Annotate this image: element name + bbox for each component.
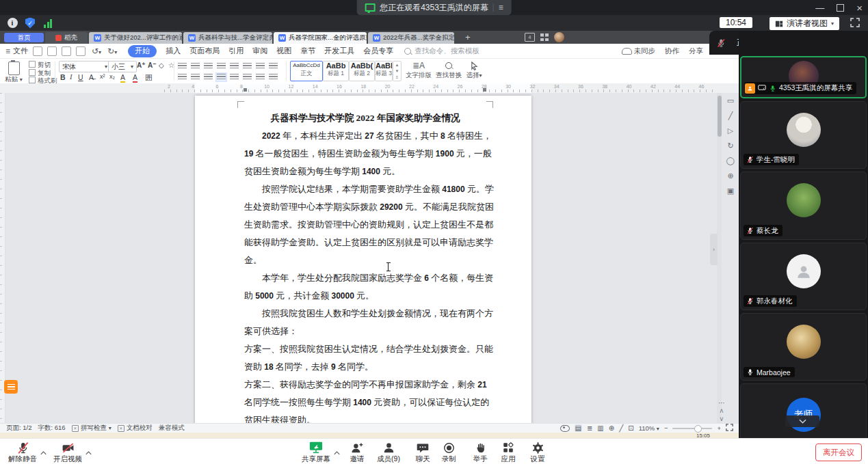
underline-button[interactable]: U — [78, 73, 83, 81]
bullet-list-icon[interactable] — [178, 63, 187, 70]
style-heading-2[interactable]: AaBb(标题 2 — [349, 61, 375, 81]
paragraph-settings-icon[interactable] — [269, 63, 278, 70]
zoom-in-button[interactable]: + — [717, 424, 721, 432]
text-direction-icon[interactable] — [230, 63, 239, 70]
ribbon-tab-references[interactable]: 引用 — [228, 46, 244, 56]
style-heading-1[interactable]: AaBb标题 1 — [323, 61, 349, 81]
select-tool[interactable]: 选择▾ — [464, 60, 484, 80]
members-button[interactable]: 成员(9) — [372, 441, 405, 464]
ribbon-tab-review[interactable]: 审阅 — [252, 46, 267, 56]
character-border-icon[interactable]: 囲 — [145, 73, 153, 83]
increase-font-icon[interactable]: A⁺ — [137, 62, 146, 69]
shield-icon[interactable]: ✓ — [25, 18, 36, 29]
font-name-select[interactable]: 宋体▾ — [59, 61, 111, 72]
font-size-select[interactable]: 小三▾ — [108, 61, 137, 72]
distribute-icon[interactable] — [230, 74, 239, 81]
record-button[interactable]: 录制 — [432, 441, 465, 464]
video-options-chevron[interactable] — [86, 446, 92, 458]
collapse-participants-button[interactable] — [785, 415, 819, 427]
increase-indent-icon[interactable] — [217, 63, 226, 70]
participant-tile[interactable]: 郭永春材化 — [740, 243, 867, 310]
copy-button[interactable]: 复制 — [29, 69, 57, 77]
paste-icon[interactable] — [8, 62, 20, 75]
wps-fullscreen-icon[interactable] — [726, 424, 733, 433]
bold-button[interactable]: B — [60, 73, 66, 81]
tab-document-1[interactable]: W关于做好202...评审工作的通知 — [89, 32, 182, 44]
multi-page-view-icon[interactable]: 4 — [525, 33, 535, 42]
cut-button[interactable]: 剪切 — [29, 61, 57, 69]
network-stats-icon[interactable] — [42, 18, 53, 29]
share-options-chevron[interactable] — [334, 446, 340, 458]
zoom-out-button[interactable]: − — [664, 424, 668, 432]
align-left-icon[interactable] — [178, 74, 187, 81]
undo-icon[interactable]: ↺▾ — [92, 46, 101, 56]
view-mode-selector[interactable]: 演讲者视图 ▾ — [770, 17, 839, 30]
settings-button[interactable]: 设置 — [521, 441, 554, 464]
horizontal-ruler[interactable]: 2468101214161820222426283032343638404244… — [0, 83, 739, 94]
ribbon-tab-developer[interactable]: 开发工具 — [324, 46, 354, 56]
superscript-button[interactable]: x² — [100, 73, 105, 80]
grid-view-icon[interactable] — [540, 33, 549, 41]
fit-page-icon[interactable]: ⊡ — [628, 424, 633, 432]
spell-check-toggle[interactable]: ✕拼写检查▾ — [72, 424, 111, 433]
clear-format-icon[interactable]: ◇ — [159, 62, 164, 69]
page-view-icon[interactable]: ▤ — [575, 424, 582, 432]
fullscreen-icon[interactable] — [850, 18, 860, 30]
ribbon-tab-page-layout[interactable]: 页面布局 — [189, 46, 220, 56]
restore-button[interactable] — [837, 4, 844, 12]
apps-button[interactable]: 应用 — [492, 441, 525, 464]
style-gallery-spinner[interactable]: ▲▼≡ — [393, 61, 402, 81]
eye-protection-icon[interactable] — [560, 425, 570, 432]
zoom-slider-thumb[interactable] — [694, 425, 702, 433]
close-button[interactable]: × — [856, 2, 863, 14]
participant-tile[interactable]: 老师 — [740, 383, 867, 438]
participant-tile-screen-share[interactable]: 4353王禹淇的屏幕共享 — [740, 56, 867, 98]
print-preview-icon[interactable] — [76, 46, 86, 56]
subscript-button[interactable]: x₂ — [109, 73, 115, 80]
show-marks-icon[interactable] — [256, 63, 265, 70]
shape-circle-icon[interactable]: ◯ — [726, 157, 735, 165]
select-arrow-icon[interactable]: ▷ — [728, 127, 733, 135]
minimize-button[interactable]: — — [815, 3, 824, 13]
floating-tools-button[interactable] — [4, 380, 18, 394]
style-heading-3[interactable]: AaBbC(标题 3 — [375, 61, 393, 81]
italic-button[interactable]: I — [70, 73, 73, 81]
tab-document-4[interactable]: W2022年兵器...奖学金拟定名单 — [368, 32, 454, 44]
document-canvas[interactable]: 兵器科学与技术学院 2022 年国家奖助学金情况 2022 年，本科生共评定出 … — [0, 93, 739, 424]
zoom-level[interactable]: 110% ▾ — [639, 424, 659, 432]
new-tab-button[interactable]: + — [465, 32, 471, 42]
outline-view-icon[interactable]: ≣ — [587, 424, 592, 432]
ribbon-tab-member[interactable]: 会员专享 — [363, 46, 393, 56]
share-screen-button[interactable]: 共享屏幕 — [300, 441, 332, 464]
task-pane-expander[interactable]: › — [710, 234, 718, 265]
numbered-list-icon[interactable] — [191, 63, 200, 70]
ribbon-tab-view[interactable]: 视图 — [276, 46, 291, 56]
scrollbar-thumb[interactable] — [718, 96, 722, 137]
decrease-font-icon[interactable]: A⁻ — [148, 62, 157, 69]
properties-icon[interactable]: ▭ — [727, 97, 734, 105]
strikethrough-button[interactable]: A̶ — [89, 73, 94, 81]
tab-home[interactable]: 首页 — [4, 33, 44, 42]
export-icon[interactable] — [47, 46, 57, 56]
participant-tile[interactable]: 学生-雷晓明 — [740, 101, 867, 169]
word-count[interactable]: 字数: 616 — [38, 424, 66, 433]
tab-document-2[interactable]: W兵器科学与技...学金评定办法 — [183, 32, 272, 44]
highlight-color-button[interactable]: A — [120, 73, 125, 83]
justify-icon[interactable] — [217, 74, 226, 81]
edit-pen-icon[interactable]: ╱ — [728, 112, 733, 120]
invite-button[interactable]: 邀请 — [341, 441, 373, 464]
account-avatar[interactable] — [554, 32, 564, 42]
align-right-icon[interactable] — [204, 74, 213, 81]
document-page[interactable]: 兵器科学与技术学院 2022 年国家奖助学金情况 2022 年，本科生共评定出 … — [195, 96, 531, 424]
print-icon[interactable] — [62, 46, 71, 56]
banner-menu-icon[interactable]: ≡ — [499, 3, 503, 12]
attachment-icon[interactable]: ⊕ — [727, 172, 733, 180]
document-scrollbar[interactable] — [717, 93, 722, 424]
ribbon-tab-start[interactable]: 开始 — [128, 45, 157, 57]
participant-tile[interactable]: 蔡长龙 — [740, 172, 867, 240]
ribbon-tab-insert[interactable]: 插入 — [166, 46, 181, 56]
command-search-input[interactable]: 查找命令、搜索模板 — [404, 46, 479, 56]
ribbon-tab-section[interactable]: 章节 — [300, 46, 315, 56]
shading-icon[interactable] — [256, 74, 265, 81]
comment-panel-icon[interactable]: ▣ — [727, 187, 734, 195]
